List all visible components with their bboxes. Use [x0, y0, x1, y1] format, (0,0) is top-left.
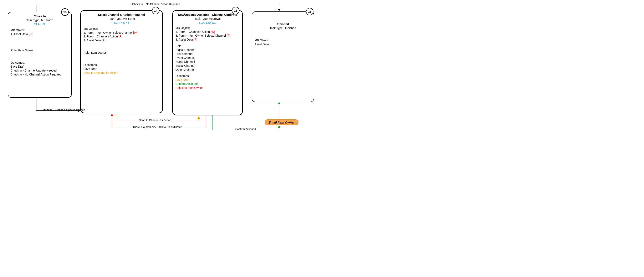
node-16-mb-1: Asset Data: [254, 42, 311, 46]
node-15-role-1: Digital Channel: [176, 48, 240, 52]
node-16-mb-header: MB Object:: [254, 38, 311, 42]
node-16-tasktype: Task Type : Finished: [254, 26, 311, 30]
node-15-role-header: Role:: [176, 44, 240, 48]
node-15-mb-1: 1. Form – Channels Action [W]: [176, 30, 240, 34]
node-15-mb-3: 3. Asset Data [R]: [176, 38, 240, 42]
node-13-out-header: Outcomes:: [10, 61, 69, 65]
edge-label-no-channel-action: Check In – No Channel Action Required: [114, 2, 198, 5]
node-13-tasktype: Task Type: MB Form: [10, 18, 69, 22]
node-14-mb-1: 1. Form – Item Owner Select Channel [W]: [84, 31, 160, 35]
node-13-title: Check In: [10, 14, 69, 18]
node-15-out-header: Outcomes:: [176, 74, 240, 78]
node-15-out-1: Save Draft: [176, 78, 240, 82]
node-13-sla: SLA: 1/1: [10, 22, 69, 26]
node-15-mb-2: 3. Form – Item Owner Selects Channel [R]: [176, 34, 240, 38]
node-13-role: Role: Item Owner: [10, 48, 69, 52]
node-15-role-3: Event Channel: [176, 56, 240, 60]
node-15-out-2: Confirm Actioned: [176, 82, 240, 86]
node-14-mb-header: MB Object:: [84, 27, 160, 31]
node-13-mb-header: MB Object:: [10, 28, 69, 32]
node-13-mb-1: 1. Asset Data [R]: [10, 32, 69, 36]
node-select-channel: Select Channel & Action Required Task Ty…: [80, 10, 163, 113]
edge-label-reject: There is a problem/ Back to Co-ordinator: [124, 125, 190, 129]
node-15-out-3: Reject to Item Owner: [176, 86, 240, 90]
node-15-mb-header: MB Object:: [176, 26, 240, 30]
edge-label-send-to-channel: Send to Channel for Action: [129, 119, 181, 122]
node-13-out-2: Check in - Channel Update Needed: [10, 69, 69, 73]
node-14-sla: SLA: 48/ 48: [84, 21, 160, 25]
node-13-badge: 13: [61, 8, 69, 16]
node-15-badge: 15: [232, 7, 239, 14]
node-15-tasktype: Task Type: Approval: [176, 17, 240, 21]
node-15-role-6: Other Channel: [176, 68, 240, 72]
node-email-item-owner: Email Item Owner: [265, 119, 298, 125]
node-15-sla: SLA: 120/120: [176, 21, 240, 25]
node-14-badge: 14: [152, 7, 160, 14]
node-16-title: Finished: [254, 22, 311, 26]
node-14-role: Role: Item Owner: [84, 51, 160, 55]
node-14-mb-2: 2. Form – Channels Action [R]: [84, 34, 160, 38]
node-13-out-1: Save Draft: [10, 65, 69, 69]
node-14-title: Select Channel & Action Required: [84, 13, 160, 17]
node-15-title: New/Updated Asset(s) – Channel Confirms: [176, 13, 240, 17]
node-channel-confirms: New/Updated Asset(s) – Channel Confirms …: [172, 10, 243, 115]
node-check-in: Check In Task Type: MB Form SLA: 1/1 MB …: [8, 12, 72, 98]
node-14-out-1: Save Draft: [84, 67, 160, 71]
node-14-out-header: Outcomes:: [84, 63, 160, 67]
node-16-badge: 16: [306, 8, 314, 15]
node-finished: Finished Task Type : Finished MB Object:…: [252, 11, 314, 102]
edge-label-channel-update: Check In – Channel Update Needed: [36, 108, 90, 111]
node-15-role-4: Brand Channel: [176, 60, 240, 64]
edge-label-confirm: Confirm Actioned: [229, 127, 262, 131]
node-14-mb-3: 3. Asset Data [R]: [84, 38, 160, 42]
node-14-tasktype: Task Type: MB Form: [84, 17, 160, 21]
node-14-out-2: Send to Channel for Action: [84, 71, 160, 75]
node-13-out-3: Check in - No Channel Action Required: [10, 73, 69, 76]
node-15-role-2: Print Channel: [176, 52, 240, 56]
node-15-role-5: Social Channel: [176, 64, 240, 68]
